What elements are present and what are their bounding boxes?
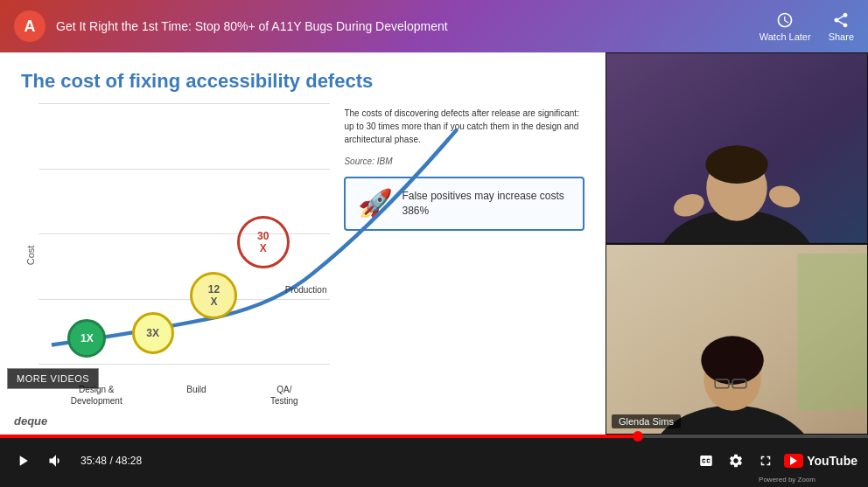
top-bar-actions: Watch Later Share xyxy=(760,11,854,42)
settings-icon xyxy=(728,453,744,469)
play-icon xyxy=(14,452,32,470)
name-badge: Glenda Sims xyxy=(612,414,681,428)
slide-body: Cost 1X 3X xyxy=(21,103,584,407)
progress-bar-fill xyxy=(0,435,638,438)
watch-later-button[interactable]: Watch Later xyxy=(760,11,811,42)
settings-button[interactable] xyxy=(724,449,747,472)
webcam-panels: Glenda Sims xyxy=(606,52,868,435)
phase-build: Build xyxy=(186,384,206,407)
bottom-controls: 35:48 / 48:28 YouTube Powered by Zoom xyxy=(0,435,868,487)
slide-title: The cost of fixing accessibility defects xyxy=(21,70,584,93)
circle-30x: 30X xyxy=(237,216,290,268)
top-bar: A Get It Right the 1st Time: Stop 80%+ o… xyxy=(0,0,868,52)
share-button[interactable]: Share xyxy=(829,11,854,42)
powered-by: Powered by Zoom xyxy=(759,476,816,484)
svg-rect-7 xyxy=(798,253,867,409)
avatar: A xyxy=(14,10,46,42)
more-videos-button[interactable]: MORE VIDEOS xyxy=(7,368,99,389)
phase-qa: QA/Testing xyxy=(270,384,298,407)
main-content: The cost of fixing accessibility defects… xyxy=(0,52,868,435)
fullscreen-icon xyxy=(758,453,774,469)
fullscreen-button[interactable] xyxy=(754,449,777,472)
captions-icon xyxy=(698,453,714,469)
production-label: Production xyxy=(285,285,327,295)
deque-logo: deque xyxy=(14,414,47,428)
play-button[interactable] xyxy=(10,449,35,473)
video-main[interactable]: The cost of fixing accessibility defects… xyxy=(0,52,606,435)
webcam-top-visual xyxy=(606,53,867,243)
webcam-top xyxy=(606,52,868,244)
circle-1x: 1X xyxy=(67,319,106,358)
right-controls: YouTube xyxy=(695,449,858,472)
slide-footer: deque xyxy=(14,414,47,428)
youtube-icon xyxy=(784,454,803,468)
captions-button[interactable] xyxy=(695,449,718,472)
circle-3x: 3X xyxy=(132,312,174,354)
slide-chart: Cost 1X 3X xyxy=(21,103,330,407)
webcam-bottom-visual xyxy=(606,245,867,435)
volume-button[interactable] xyxy=(44,449,68,473)
video-title: Get It Right the 1st Time: Stop 80%+ of … xyxy=(56,19,760,33)
svg-point-3 xyxy=(705,145,768,184)
cost-circles: 1X 3X 12X 30X Production xyxy=(38,103,330,365)
youtube-logo: YouTube xyxy=(784,454,858,468)
progress-bar[interactable] xyxy=(0,435,868,438)
time-display: 35:48 / 48:28 xyxy=(80,455,142,467)
cost-axis-label: Cost xyxy=(25,245,36,265)
svg-point-10 xyxy=(701,336,764,385)
progress-bar-thumb xyxy=(633,431,643,442)
webcam-bottom: Glenda Sims xyxy=(606,244,868,435)
more-videos-bar: MORE VIDEOS xyxy=(7,368,99,389)
circle-12x: 12X xyxy=(190,272,237,319)
volume-icon xyxy=(47,452,65,470)
